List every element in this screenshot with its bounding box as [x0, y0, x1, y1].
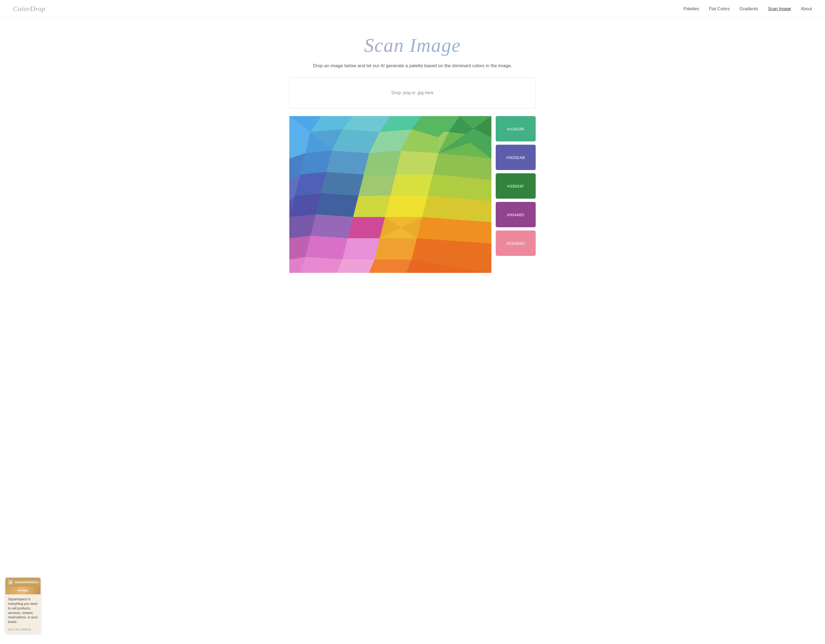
- svg-marker-43: [369, 259, 411, 273]
- color-swatch-swatch-3[interactable]: #33833F: [496, 173, 536, 199]
- page-title-block: Scan Image: [289, 34, 536, 57]
- result-row: #41B186#5D5EAB#33833F#90448D#ED889D: [289, 116, 536, 273]
- logo[interactable]: ColorDrop: [13, 5, 45, 13]
- svg-marker-32: [348, 217, 385, 238]
- svg-marker-42: [337, 259, 374, 273]
- svg-marker-27: [353, 196, 390, 217]
- main-content: Scan Image Drop an image below and let o…: [283, 18, 542, 283]
- svg-marker-38: [374, 238, 417, 260]
- page-title: Scan Image: [289, 34, 536, 57]
- nav-link-about[interactable]: About: [801, 6, 812, 11]
- page-subtitle: Drop an image below and let our AI gener…: [289, 63, 536, 69]
- svg-marker-54: [311, 214, 353, 238]
- nav-link-flat-colors[interactable]: Flat Colors: [709, 6, 730, 11]
- svg-marker-36: [305, 236, 348, 260]
- color-swatch-swatch-1[interactable]: #41B186: [496, 116, 536, 142]
- svg-marker-14: [327, 151, 369, 175]
- color-swatch-swatch-4[interactable]: #90448D: [496, 202, 536, 227]
- svg-marker-37: [343, 238, 380, 260]
- svg-marker-22: [390, 175, 433, 196]
- color-swatch-swatch-2[interactable]: #5D5EAB: [496, 145, 536, 170]
- drop-zone[interactable]: Drop .png or .jpg here: [289, 77, 536, 108]
- nav-links: PalettesFlat ColorsGradientsScan ImageAb…: [683, 6, 812, 11]
- nav-link-scan-image[interactable]: Scan Image: [768, 6, 791, 11]
- svg-marker-16: [396, 151, 438, 175]
- color-swatch-swatch-5[interactable]: #ED889D: [496, 231, 536, 256]
- svg-marker-21: [358, 175, 396, 196]
- drop-zone-text: Drop .png or .jpg here: [391, 91, 434, 95]
- svg-marker-41: [300, 257, 342, 273]
- svg-marker-20: [321, 172, 364, 196]
- logo-text: ColorDrop: [13, 5, 45, 13]
- nav-link-gradients[interactable]: Gradients: [739, 6, 758, 11]
- color-swatches: #41B186#5D5EAB#33833F#90448D#ED889D: [496, 116, 536, 256]
- svg-marker-28: [385, 196, 427, 217]
- nav-link-palettes[interactable]: Palettes: [683, 6, 699, 11]
- svg-marker-26: [316, 193, 358, 217]
- navbar: ColorDrop PalettesFlat ColorsGradientsSc…: [0, 0, 825, 18]
- preview-image: [289, 116, 491, 273]
- svg-marker-46: [364, 151, 401, 175]
